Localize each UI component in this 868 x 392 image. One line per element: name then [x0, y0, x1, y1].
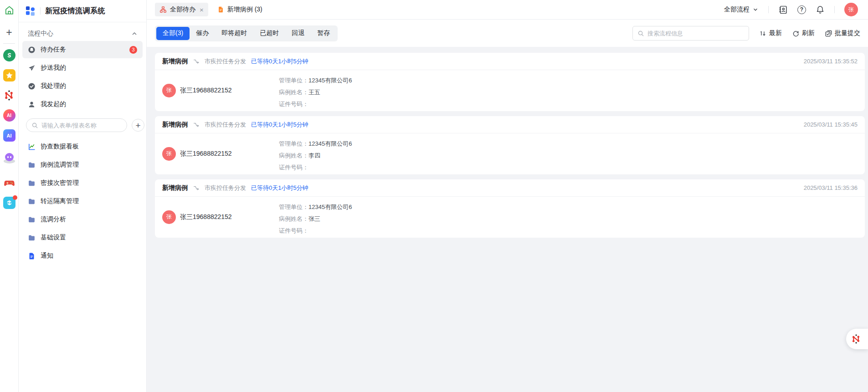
- network-logo-icon: [851, 334, 862, 344]
- bell-icon[interactable]: [816, 5, 825, 14]
- sidebar-item-handled-by-me[interactable]: 我处理的: [22, 77, 143, 95]
- robot-eye: [7, 156, 9, 158]
- sidebar-item-basic-settings[interactable]: 基础设置: [22, 229, 143, 246]
- plus-glyph: +: [6, 26, 12, 39]
- sidebar-item-started-by-me[interactable]: 我发起的: [22, 96, 143, 113]
- folder-icon: [28, 161, 36, 169]
- flow-node-icon: [193, 184, 200, 191]
- card-body: 张 张三19688822152 管理单位：12345有限公司6 病例姓名：李四 …: [155, 133, 865, 174]
- folder-icon: [28, 198, 36, 205]
- sidebar-item-label: 转运隔离管理: [41, 197, 79, 205]
- sort-latest-button[interactable]: 最新: [759, 29, 782, 37]
- tab-all-todo[interactable]: 全部待办 ×: [155, 3, 208, 16]
- sidebar-item-todo-tasks[interactable]: 待办任务 3: [22, 41, 143, 58]
- field-value: 张三: [308, 214, 320, 223]
- star-app-icon[interactable]: [3, 69, 15, 81]
- field-label: 证件号码：: [279, 163, 308, 172]
- ai-blue-app-icon[interactable]: AI: [3, 129, 15, 142]
- tab-label: 全部待办: [170, 5, 195, 14]
- app-dock: + AI AI: [0, 0, 19, 392]
- gamepad-app-icon[interactable]: [3, 177, 15, 189]
- card-body: 张 张三19688822152 管理单位：12345有限公司6 病例姓名：张三 …: [155, 197, 865, 237]
- header-actions: 全部流程 ? 张: [724, 3, 858, 16]
- chevron-up-icon[interactable]: [131, 30, 138, 37]
- filter-all[interactable]: 全部(3): [156, 27, 190, 40]
- sidebar-item-transfer-quarantine[interactable]: 转运隔离管理: [22, 193, 143, 210]
- flow-search-field[interactable]: [647, 30, 744, 37]
- robot-face: [5, 153, 14, 161]
- filter-returned[interactable]: 回退: [285, 27, 311, 40]
- home-icon[interactable]: [3, 4, 15, 16]
- sidebar-header: 新冠疫情流调系统: [19, 0, 146, 22]
- search-icon: [637, 30, 644, 37]
- cyan-app-icon[interactable]: [3, 197, 15, 209]
- sidebar-item-assist-dashboard[interactable]: 协查数据看板: [22, 138, 143, 155]
- sidebar-item-label: 我处理的: [41, 82, 66, 90]
- waiting-duration: 已等待0天1小时5分钟: [251, 57, 308, 66]
- add-form-button[interactable]: +: [132, 119, 144, 132]
- sidebar-item-cc-to-me[interactable]: 抄送我的: [22, 59, 143, 76]
- flow-search-input[interactable]: [632, 26, 749, 41]
- add-app-icon[interactable]: +: [3, 26, 15, 39]
- card-fields: 管理单位：12345有限公司6 病例姓名：张三 证件号码：: [279, 203, 352, 235]
- user-avatar[interactable]: 张: [844, 3, 858, 16]
- close-tab-icon[interactable]: ×: [200, 6, 204, 13]
- filter-about-to-timeout[interactable]: 即将超时: [215, 27, 253, 40]
- filter-timed-out[interactable]: 已超时: [253, 27, 285, 40]
- current-node: 市疾控任务分发: [205, 121, 246, 129]
- initiator-name: 张三19688822152: [180, 87, 232, 95]
- sidebar-item-case-management[interactable]: 病例流调管理: [22, 156, 143, 173]
- sidebar-search-input[interactable]: [26, 118, 127, 132]
- plus-glyph: +: [135, 121, 140, 130]
- field-label: 管理单位：: [279, 203, 308, 211]
- contacts-icon[interactable]: [778, 5, 788, 15]
- task-card[interactable]: 新增病例 市疾控任务分发 已等待0天1小时5分钟 2025/03/11 15:3…: [155, 116, 865, 174]
- card-header: 新增病例 市疾控任务分发 已等待0天1小时5分钟 2025/03/11 15:3…: [155, 179, 865, 197]
- card-title: 新增病例: [162, 184, 188, 192]
- task-card[interactable]: 新增病例 市疾控任务分发 已等待0天1小时5分钟 2025/03/11 15:3…: [155, 179, 865, 238]
- refresh-label: 刷新: [802, 29, 815, 37]
- card-fields: 管理单位：12345有限公司6 病例姓名：李四 证件号码：: [279, 139, 352, 172]
- ai-label: AI: [7, 113, 11, 118]
- app-window: + AI AI 新冠疫情流调系统: [0, 0, 868, 392]
- refresh-button[interactable]: 刷新: [792, 29, 815, 37]
- chart-icon: [28, 143, 36, 151]
- todo-count-badge: 3: [129, 46, 137, 54]
- sort-icon: [759, 30, 767, 37]
- green-s-app-icon[interactable]: [3, 49, 15, 61]
- sidebar-item-label: 通知: [41, 252, 53, 260]
- card-fields: 管理单位：12345有限公司6 病例姓名：王五 证件号码：: [279, 76, 352, 108]
- task-card[interactable]: 新增病例 市疾控任务分发 已等待0天1小时5分钟 2025/03/11 15:3…: [155, 53, 865, 111]
- batch-submit-button[interactable]: 批量提交: [825, 29, 860, 37]
- document-icon: [28, 252, 36, 260]
- list-toolbar: 全部(3) 催办 即将超时 已超时 回退 暂存 最新 刷新: [147, 20, 868, 47]
- form-search-field[interactable]: [41, 122, 122, 129]
- field-label: 病例姓名：: [279, 88, 308, 97]
- status-filter-group: 全部(3) 催办 即将超时 已超时 回退 暂存: [155, 25, 338, 41]
- field-value: 12345有限公司6: [308, 203, 352, 211]
- initiator-name: 张三19688822152: [180, 213, 232, 221]
- filter-draft[interactable]: 暂存: [311, 27, 336, 40]
- send-icon: [28, 64, 36, 72]
- header-divider: [834, 6, 835, 13]
- sidebar-item-notice[interactable]: 通知: [22, 247, 143, 265]
- network-app-icon[interactable]: [3, 89, 15, 102]
- ai-gradient-app-icon[interactable]: AI: [3, 109, 15, 122]
- sitemap-icon: [159, 6, 167, 13]
- robot-app-icon[interactable]: [3, 152, 15, 164]
- sidebar-item-investigation-analysis[interactable]: 流调分析: [22, 211, 143, 228]
- filter-urge[interactable]: 催办: [190, 27, 215, 40]
- sidebar-item-close-contact[interactable]: 密接次密管理: [22, 174, 143, 192]
- field-label: 病例姓名：: [279, 151, 308, 160]
- check-circle-icon: [28, 82, 36, 90]
- chevron-down-icon: [752, 6, 759, 13]
- task-list: 新增病例 市疾控任务分发 已等待0天1小时5分钟 2025/03/11 15:3…: [147, 47, 868, 392]
- help-icon[interactable]: ?: [797, 5, 806, 14]
- field-value: 12345有限公司6: [308, 139, 352, 148]
- sidebar-search-row: +: [19, 113, 146, 137]
- flow-type-select[interactable]: 全部流程: [724, 5, 759, 14]
- tab-new-case[interactable]: 新增病例 (3): [213, 3, 267, 16]
- field-value: 李四: [308, 151, 320, 160]
- field-label: 管理单位：: [279, 139, 308, 148]
- assistant-float-button[interactable]: [846, 329, 868, 349]
